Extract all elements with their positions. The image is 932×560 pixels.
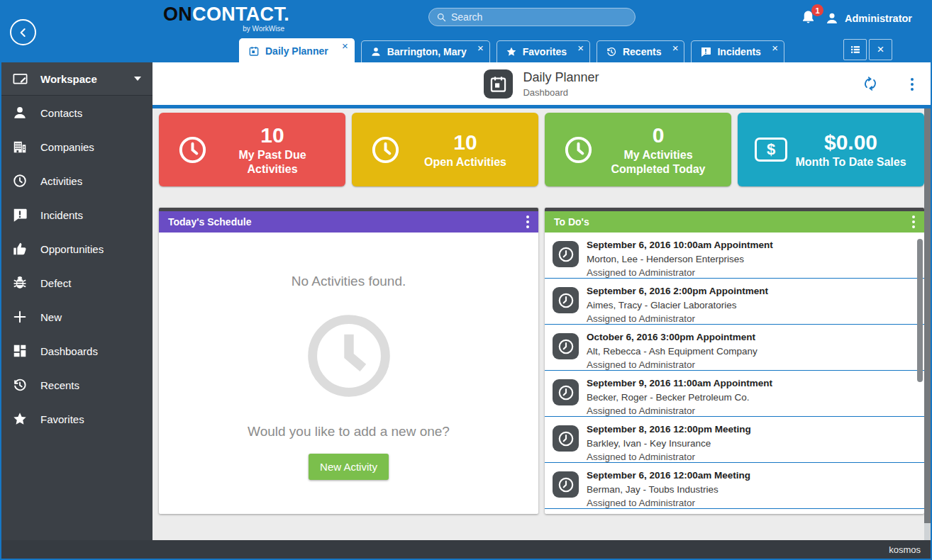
todos-scrollbar[interactable] [917,239,923,382]
tab-bar: Daily Planner × Barrington, Mary × Favor… [239,38,791,62]
clock-icon [553,241,579,267]
scrollbar-thumb[interactable] [924,108,931,523]
sidebar-item-companies[interactable]: Companies [1,130,152,164]
tab-incidents[interactable]: Incidents × [691,40,784,62]
todo-item[interactable]: September 8, 2016 12:00pm Meeting Barkle… [545,417,924,463]
view-list-icon [849,43,862,56]
notification-badge: 1 [811,4,823,16]
stat-text: $0.00 Month To Date Sales [787,130,924,169]
stat-card-month-sales[interactable]: $ $0.00 Month To Date Sales [738,113,924,186]
back-button[interactable] [10,19,36,45]
tab-barrington-mary[interactable]: Barrington, Mary × [361,40,490,62]
dollar-glyph: $ [767,140,775,159]
todo-item[interactable]: September 6, 2016 12:00am Meeting Berman… [545,463,924,509]
main-scrollbar[interactable] [924,108,931,540]
tab-favorites[interactable]: Favorites × [496,40,590,62]
chevron-left-icon [16,26,30,40]
sidebar-workspace-header[interactable]: Workspace [1,62,152,96]
todo-title: October 6, 2016 3:00pm Appointment [587,330,914,345]
history-icon [11,377,28,393]
tab-list-button[interactable] [843,39,867,60]
sidebar-item-opportunities[interactable]: Opportunities [1,232,152,266]
todo-title: September 8, 2016 12:00pm Meeting [587,422,914,437]
tab-label: Recents [623,46,661,57]
tab-label: Daily Planner [265,45,328,57]
star-icon [506,46,517,57]
clock-icon [553,425,579,452]
new-activity-button[interactable]: New Activity [309,454,389,480]
todo-assigned: Assigned to Administrator [587,312,914,326]
tab-daily-planner[interactable]: Daily Planner × [239,38,355,62]
tab-actions: × [843,39,892,60]
page-title-block: Daily Planner Dashboard [523,70,599,98]
close-icon[interactable]: × [672,42,679,55]
stat-card-completed-today[interactable]: 0 My Activities Completed Today [545,113,731,186]
person-icon [370,46,382,57]
user-icon [825,11,839,26]
todo-item[interactable]: September 9, 2016 11:00am Appointment Be… [545,371,924,417]
user-menu[interactable]: Administrator [825,11,912,26]
sidebar-item-contacts[interactable]: Contacts [1,96,152,130]
incident-bubble-icon [11,207,28,223]
sidebar-item-label: Incidents [40,209,83,221]
todo-title: September 6, 2016 10:00am Appointment [587,238,914,252]
close-icon[interactable]: × [577,42,584,55]
todos-panel: To Do's September 6, 2016 10:00am Appoin… [545,208,924,514]
sidebar-item-defect[interactable]: Defect [1,266,152,300]
close-all-tabs-button[interactable]: × [869,39,892,60]
stat-card-past-due[interactable]: 10 My Past Due Activities [159,113,345,186]
main-area: Daily Planner Dashboard 10 [152,62,931,540]
todo-item[interactable]: September 6, 2016 10:00am Appointment Mo… [545,233,924,279]
stat-text: 10 Open Activities [402,130,538,169]
todo-title: September 6, 2016 2:00pm Appointment [587,284,914,298]
sidebar-item-label: Opportunities [40,243,104,255]
panel-title: To Do's [554,216,589,228]
sidebar-item-new[interactable]: New [1,300,152,334]
logo-tagline: by WorkWise [163,25,289,33]
stat-value: 10 [405,130,526,154]
building-icon [11,139,28,155]
clock-icon [369,133,402,167]
kebab-menu-icon[interactable] [526,215,529,228]
global-search[interactable] [428,8,636,26]
kebab-menu-icon[interactable] [912,215,915,228]
workspace-label: Workspace [40,73,97,85]
close-icon[interactable]: × [342,40,348,52]
sidebar-item-label: Recents [40,379,79,391]
logo-on: ON [163,4,192,25]
notifications-button[interactable]: 1 [800,9,817,26]
close-icon[interactable]: × [477,42,484,55]
tab-recents[interactable]: Recents × [597,40,684,62]
todo-contact: Berman, Jay - Toubs Industries [587,483,914,497]
todo-title: September 9, 2016 11:00am Appointment [587,376,914,391]
sidebar-item-activities[interactable]: Activities [1,164,152,198]
panels-row: Today's Schedule No Activities found. Wo… [159,208,924,514]
oncontact-app: ONCONTACT. by WorkWise 1 Administrator D… [0,0,932,560]
stat-value: 10 [212,123,333,147]
search-input[interactable] [451,11,628,23]
todo-assigned: Assigned to Administrator [587,404,914,418]
refresh-icon [862,76,878,91]
close-icon: × [877,43,884,57]
stat-card-open-activities[interactable]: 10 Open Activities [352,113,538,186]
sidebar-item-incidents[interactable]: Incidents [1,198,152,232]
refresh-button[interactable] [862,76,878,94]
clock-icon [553,287,579,313]
close-icon[interactable]: × [772,42,778,55]
dashboard-grid-icon [11,343,28,359]
logo-contact: CONTACT. [192,4,289,25]
clock-icon [553,471,579,498]
sidebar-item-dashboards[interactable]: Dashboards [1,334,152,368]
todo-item[interactable]: September 6, 2016 2:00pm Appointment Aim… [545,279,924,325]
sidebar-item-favorites[interactable]: Favorites [1,402,152,436]
todo-item[interactable]: October 6, 2016 3:00pm Appointment Alt, … [545,325,924,371]
person-icon [11,105,28,121]
thumbs-up-icon [11,241,28,257]
todo-assigned: Assigned to Administrator [587,358,914,372]
sidebar-item-recents[interactable]: Recents [1,368,152,402]
todo-contact: Barkley, Ivan - Key Insurance [587,437,914,451]
plus-icon [11,309,28,325]
tab-label: Barrington, Mary [387,46,467,57]
schedule-panel-header: Today's Schedule [159,211,538,233]
kebab-menu-icon[interactable] [911,78,914,91]
